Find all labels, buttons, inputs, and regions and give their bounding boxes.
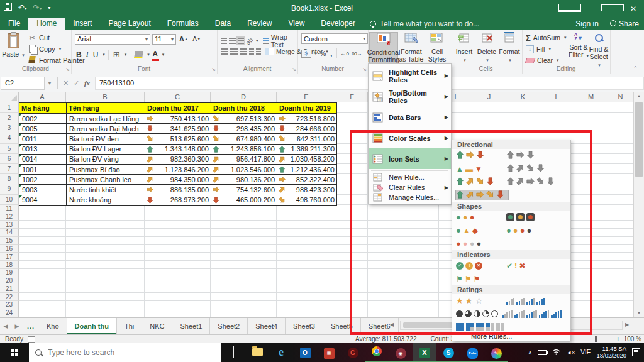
grid-cell[interactable] bbox=[608, 164, 633, 174]
table-cell-value[interactable]: 984.350.000 bbox=[145, 175, 211, 185]
autosum-button[interactable]: ΣAutoSum▾ bbox=[526, 33, 567, 43]
row-header-22[interactable]: 22 bbox=[0, 293, 19, 301]
grid-cell[interactable] bbox=[66, 293, 145, 301]
grid-cell[interactable] bbox=[368, 205, 401, 213]
grid-cell[interactable] bbox=[19, 301, 66, 309]
grid-cell[interactable] bbox=[336, 113, 368, 123]
icon-set-option[interactable]: ●▲◆ bbox=[456, 226, 506, 234]
sheet-overflow-button[interactable]: ... bbox=[23, 318, 39, 334]
fill-color-dropdown-icon[interactable]: ▾ bbox=[147, 52, 150, 57]
comma-style-icon[interactable]: , bbox=[329, 48, 333, 59]
row-header-4[interactable]: 4 bbox=[0, 133, 19, 143]
grid-cell[interactable] bbox=[66, 285, 145, 293]
icon-set-option[interactable]: ●●●● bbox=[456, 239, 485, 248]
row-header-21[interactable]: 21 bbox=[0, 285, 19, 293]
icon-set-option[interactable]: ✔!✖ bbox=[506, 261, 557, 270]
grid-cell[interactable] bbox=[19, 245, 66, 253]
grid-cell[interactable] bbox=[608, 269, 633, 277]
grid-cell[interactable] bbox=[336, 309, 368, 317]
sheet-tab-thi[interactable]: Thi bbox=[117, 318, 142, 334]
wifi-icon[interactable] bbox=[552, 349, 560, 356]
row-header-12[interactable]: 12 bbox=[0, 212, 19, 221]
table-header-cell[interactable]: Tên hàng bbox=[67, 103, 145, 114]
grid-cell[interactable] bbox=[19, 309, 66, 317]
grid-cell[interactable] bbox=[574, 154, 608, 164]
grid-cell[interactable] bbox=[211, 221, 277, 229]
grid-cell[interactable] bbox=[66, 309, 145, 317]
taskbar-app-chrome[interactable] bbox=[365, 343, 389, 362]
cancel-formula-icon[interactable]: ✕ bbox=[60, 79, 71, 87]
grid-cell[interactable] bbox=[608, 113, 633, 123]
start-button[interactable] bbox=[0, 343, 29, 362]
grid-cell[interactable] bbox=[19, 261, 66, 269]
grid-cell[interactable] bbox=[368, 212, 401, 221]
vertical-scroll-thumb[interactable] bbox=[635, 102, 643, 177]
icon-set-option[interactable] bbox=[506, 164, 557, 173]
grid-cell[interactable] bbox=[336, 269, 368, 277]
tray-chevron-up-icon[interactable]: ∧ bbox=[528, 349, 533, 356]
grid-cell[interactable] bbox=[608, 154, 633, 164]
grid-cell[interactable] bbox=[277, 277, 336, 285]
grid-cell[interactable] bbox=[277, 261, 336, 269]
grid-cell[interactable] bbox=[368, 229, 401, 237]
tab-developer[interactable]: Developer bbox=[313, 18, 364, 30]
grid-cell[interactable] bbox=[574, 309, 608, 317]
font-color-button[interactable]: A bbox=[152, 48, 159, 61]
sign-in-link[interactable]: Sign in bbox=[575, 19, 599, 28]
grid-cell[interactable] bbox=[336, 123, 368, 133]
icon-set-option[interactable] bbox=[506, 177, 558, 187]
row-header-7[interactable]: 7 bbox=[0, 164, 19, 174]
clear-button[interactable]: Clear▾ bbox=[526, 55, 567, 65]
table-cell-value[interactable]: 642.311.000 bbox=[277, 134, 337, 144]
row-header-16[interactable]: 16 bbox=[0, 245, 19, 253]
grid-cell[interactable] bbox=[368, 309, 401, 317]
table-cell-value[interactable]: 750.413.100 bbox=[145, 114, 211, 124]
column-header-C[interactable]: C bbox=[145, 92, 211, 102]
table-cell-code[interactable]: 0005 bbox=[19, 124, 67, 134]
row-header-20[interactable]: 20 bbox=[0, 277, 19, 285]
column-header-B[interactable]: B bbox=[66, 92, 145, 102]
grid-cell[interactable] bbox=[277, 237, 336, 245]
grid-cell[interactable] bbox=[145, 293, 211, 301]
grid-cell[interactable] bbox=[19, 253, 66, 261]
table-cell-name[interactable]: Bia tươi ĐV đen bbox=[67, 134, 145, 144]
table-cell-code[interactable]: 0014 bbox=[19, 155, 67, 165]
decrease-decimal-icon[interactable]: .00→ bbox=[351, 51, 362, 57]
collapse-ribbon-icon[interactable]: ⌃ bbox=[633, 65, 638, 72]
grid-cell[interactable] bbox=[401, 277, 439, 285]
grid-cell[interactable] bbox=[277, 301, 336, 309]
enter-formula-icon[interactable]: ✓ bbox=[71, 79, 82, 87]
row-header-24[interactable]: 24 bbox=[0, 309, 19, 317]
grid-cell[interactable] bbox=[574, 253, 608, 261]
grid-cell[interactable] bbox=[368, 269, 401, 277]
clipboard-dialog-launcher-icon[interactable]: ↘ bbox=[65, 67, 70, 72]
grid-cell[interactable] bbox=[336, 205, 368, 213]
alignment-dialog-launcher-icon[interactable]: ↘ bbox=[292, 67, 296, 72]
grid-cell[interactable] bbox=[336, 164, 368, 174]
grid-cell[interactable] bbox=[608, 285, 633, 293]
tab-file[interactable]: File bbox=[0, 18, 28, 30]
tab-view[interactable]: View bbox=[280, 18, 313, 30]
icon-set-option[interactable] bbox=[456, 310, 502, 317]
grid-cell[interactable] bbox=[574, 245, 608, 253]
icon-set-option[interactable] bbox=[506, 151, 557, 160]
merge-center-icon[interactable] bbox=[265, 48, 274, 55]
table-cell-code[interactable]: 0013 bbox=[19, 145, 67, 155]
hscroll-right-icon[interactable]: ▶ bbox=[625, 322, 629, 327]
grid-cell[interactable] bbox=[401, 269, 439, 277]
grid-cell[interactable] bbox=[574, 212, 608, 221]
grid-cell[interactable] bbox=[145, 205, 211, 213]
grid-cell[interactable] bbox=[401, 309, 439, 317]
taskbar-app-task-view[interactable] bbox=[221, 343, 245, 362]
row-header-10[interactable]: 10 bbox=[0, 195, 19, 205]
grid-cell[interactable] bbox=[574, 221, 608, 229]
grid-cell[interactable] bbox=[211, 309, 277, 317]
grid-cell[interactable] bbox=[336, 174, 368, 184]
zoom-in-icon[interactable]: + bbox=[616, 336, 620, 343]
grid-cell[interactable] bbox=[211, 261, 277, 269]
tab-page-layout[interactable]: Page Layout bbox=[100, 18, 158, 30]
decrease-indent-icon[interactable] bbox=[249, 48, 254, 55]
menu-item-highlight-cells-rules[interactable]: Highlight Cells Rules▶ bbox=[369, 65, 451, 86]
share-button[interactable]: Share bbox=[610, 19, 639, 28]
grid-cell[interactable] bbox=[608, 184, 633, 194]
